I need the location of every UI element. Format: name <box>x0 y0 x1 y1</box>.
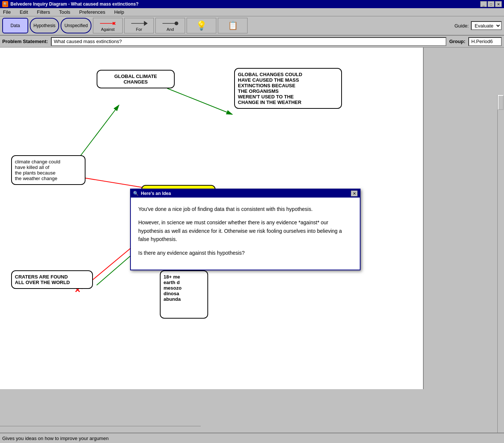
idea-dialog-close[interactable]: ✕ <box>351 190 358 196</box>
node-climate-data[interactable]: climate change couldhave killed all ofth… <box>11 155 85 185</box>
title-bar: 🔍 Belvedere Inquiry Diagram - What cause… <box>0 0 504 8</box>
diagram-canvas[interactable]: ✕ ✕ GLOBAL CLIMATECHANGES climate change… <box>0 48 424 389</box>
against-button-label: Against <box>101 27 115 32</box>
idea-dialog-title: Here's an Idea <box>141 191 171 196</box>
scrollbar-thumb[interactable] <box>498 95 504 110</box>
unspecified-button[interactable]: Unspecified <box>61 18 91 33</box>
menu-file[interactable]: File <box>1 9 12 16</box>
idea-dialog: 🔍 Here's an Idea ✕ You've done a nice jo… <box>130 189 361 270</box>
maximize-button[interactable]: □ <box>488 1 494 7</box>
toolbar: Data Hypothesis Unspecified Against <box>0 16 504 36</box>
and-button-label: And <box>167 27 174 32</box>
problem-statement-label: Problem Statement: <box>2 39 48 44</box>
document-button[interactable]: 📋 <box>218 18 248 33</box>
guide-select[interactable]: Evaluate <box>471 21 502 30</box>
lightbulb-icon: 💡 <box>196 20 207 31</box>
node-craters-world-text: CRATERS ARE FOUNDALL OVER THE WORLD <box>15 274 70 285</box>
horizontal-scrollbar[interactable] <box>0 426 201 433</box>
status-text: Gives you ideas on how to improve your a… <box>2 436 502 441</box>
document-icon: 📋 <box>228 21 238 30</box>
svg-line-4 <box>167 88 232 114</box>
for-button[interactable]: For <box>124 18 154 33</box>
data-button-label: Data <box>10 23 20 28</box>
node-global-changes-hyp[interactable]: GLOBAL CHANGES COULDHAVE CAUSED THE MASS… <box>234 68 342 109</box>
guide-label: Guide: <box>455 23 469 29</box>
node-craters-world[interactable]: CRATERS ARE FOUNDALL OVER THE WORLD <box>11 270 93 289</box>
idea-dialog-title-bar: 🔍 Here's an Idea ✕ <box>131 189 360 198</box>
menu-bar: File Edit Filters Tools Preferences Help <box>0 8 504 16</box>
node-global-climate[interactable]: GLOBAL CLIMATECHANGES <box>97 70 175 88</box>
minimize-button[interactable]: _ <box>480 1 487 7</box>
close-button[interactable]: ✕ <box>495 1 502 7</box>
menu-help[interactable]: Help <box>113 9 126 16</box>
hypothesis-button[interactable]: Hypothesis <box>30 18 59 33</box>
group-label: Group: <box>449 39 465 44</box>
node-partial[interactable]: 18+ meearth dmesozodinosaabunda <box>160 270 208 319</box>
guide-area: Guide: Evaluate <box>455 21 502 30</box>
problem-statement-value: What caused mass extinctions? <box>51 37 446 46</box>
menu-preferences[interactable]: Preferences <box>78 9 107 16</box>
idea-title-icon: 🔍 <box>133 191 139 196</box>
and-button[interactable]: And <box>155 18 185 33</box>
svg-line-5 <box>78 105 119 159</box>
window-title: Belvedere Inquiry Diagram - What caused … <box>10 1 139 7</box>
data-button[interactable]: Data <box>2 18 28 33</box>
main-area: ✕ ✕ GLOBAL CLIMATECHANGES climate change… <box>0 48 504 389</box>
menu-edit[interactable]: Edit <box>18 9 29 16</box>
hypothesis-button-label: Hypothesis <box>33 23 55 28</box>
app-icon: 🔍 <box>2 1 8 7</box>
idea-paragraph-2: However, in science we must consider whe… <box>138 218 352 243</box>
lightbulb-button[interactable]: 💡 <box>187 18 216 33</box>
menu-tools[interactable]: Tools <box>58 9 72 16</box>
menu-filters[interactable]: Filters <box>35 9 51 16</box>
for-button-label: For <box>136 27 142 32</box>
idea-paragraph-3: Is there any evidence against this hypot… <box>138 249 352 257</box>
node-partial-text: 18+ meearth dmesozodinosaabunda <box>164 274 181 302</box>
vertical-scrollbar[interactable] <box>497 95 504 437</box>
idea-dialog-content: You've done a nice job of finding data t… <box>131 198 360 270</box>
node-climate-data-text: climate change couldhave killed all ofth… <box>15 159 60 181</box>
idea-paragraph-1: You've done a nice job of finding data t… <box>138 205 352 213</box>
unspecified-button-label: Unspecified <box>64 23 88 28</box>
node-global-changes-hyp-text: GLOBAL CHANGES COULDHAVE CAUSED THE MASS… <box>238 72 302 105</box>
against-button[interactable]: Against <box>93 18 123 33</box>
node-global-climate-text: GLOBAL CLIMATECHANGES <box>114 74 157 85</box>
group-value: H.Period6 <box>468 37 502 46</box>
status-bar: Gives you ideas on how to improve your a… <box>0 433 504 443</box>
window-controls: _ □ ✕ <box>480 1 502 7</box>
problem-bar: Problem Statement: What caused mass exti… <box>0 36 504 48</box>
